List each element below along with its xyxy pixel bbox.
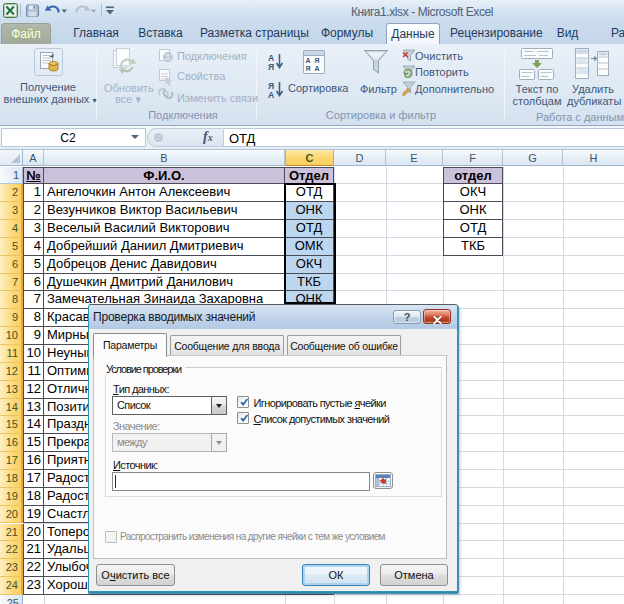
svg-text:Я: Я: [268, 62, 274, 72]
svg-text:Я: Я: [306, 65, 311, 72]
svg-text:А: А: [315, 65, 320, 72]
svg-text:А: А: [306, 57, 311, 64]
svg-text:Я: Я: [315, 57, 320, 64]
svg-text:А: А: [268, 90, 274, 100]
